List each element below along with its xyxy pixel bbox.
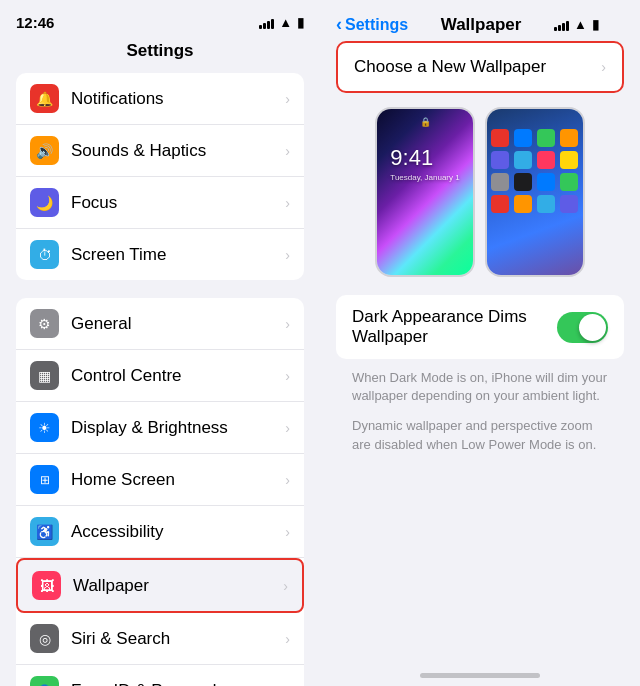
left-status-bar: 12:46 ▲ ▮ — [0, 0, 320, 37]
low-power-info: Dynamic wallpaper and perspective zoom a… — [336, 417, 624, 465]
displaybrightness-label: Display & Brightness — [71, 418, 279, 438]
left-time: 12:46 — [16, 14, 54, 31]
focus-label: Focus — [71, 193, 279, 213]
sidebar-item-controlcentre[interactable]: ▦ Control Centre › — [16, 350, 304, 402]
sidebar-item-notifications[interactable]: 🔔 Notifications › — [16, 73, 304, 125]
faceid-label: Face ID & Passcode — [71, 681, 279, 687]
sidebar-item-faceid[interactable]: 👤 Face ID & Passcode › — [16, 665, 304, 686]
app-dot-9 — [491, 173, 509, 191]
wallpaper-preview: 🔒 9:41 Tuesday, January 1 — [336, 107, 624, 277]
sidebar-item-siri[interactable]: ◎ Siri & Search › — [16, 613, 304, 665]
dark-appearance-info: When Dark Mode is on, iPhone will dim yo… — [336, 369, 624, 417]
sidebar-item-homescreen[interactable]: ⊞ Home Screen › — [16, 454, 304, 506]
left-status-icons: ▲ ▮ — [259, 15, 304, 30]
signal-icon — [259, 17, 274, 29]
app-dot-12 — [560, 173, 578, 191]
right-bottom-bar — [320, 652, 640, 686]
app-dot-13 — [491, 195, 509, 213]
chevron-icon: › — [285, 472, 290, 488]
chevron-icon: › — [285, 316, 290, 332]
app-dot-16 — [560, 195, 578, 213]
chevron-icon: › — [285, 420, 290, 436]
chevron-icon: › — [285, 143, 290, 159]
app-dot-5 — [491, 151, 509, 169]
wallpaper-icon: 🖼 — [32, 571, 61, 600]
lock-screen-bg: 🔒 9:41 Tuesday, January 1 — [377, 109, 473, 275]
faceid-icon: 👤 — [30, 676, 59, 686]
home-indicator — [420, 673, 540, 678]
left-panel: 12:46 ▲ ▮ Settings 🔔 Notifications › — [0, 0, 320, 686]
wallpaper-label: Wallpaper — [73, 576, 277, 596]
home-screen-bg — [487, 109, 583, 275]
app-dot-15 — [537, 195, 555, 213]
settings-group-1: 🔔 Notifications › 🔊 Sounds & Haptics › 🌙… — [16, 73, 304, 280]
choose-wallpaper-chevron-icon: › — [601, 59, 606, 75]
displaybrightness-icon: ☀ — [30, 413, 59, 442]
sidebar-item-displaybrightness[interactable]: ☀ Display & Brightness › — [16, 402, 304, 454]
accessibility-icon: ♿ — [30, 517, 59, 546]
right-signal-icon — [554, 19, 569, 31]
dark-appearance-section: Dark Appearance Dims Wallpaper — [336, 295, 624, 359]
app-dot-10 — [514, 173, 532, 191]
back-button[interactable]: ‹ Settings — [336, 14, 408, 35]
general-label: General — [71, 314, 279, 334]
toggle-knob — [579, 314, 606, 341]
homescreen-icon: ⊞ — [30, 465, 59, 494]
chevron-icon: › — [285, 631, 290, 647]
chevron-icon: › — [285, 247, 290, 263]
focus-icon: 🌙 — [30, 188, 59, 217]
lock-screen-preview[interactable]: 🔒 9:41 Tuesday, January 1 — [375, 107, 475, 277]
siri-label: Siri & Search — [71, 629, 279, 649]
home-screen-preview[interactable] — [485, 107, 585, 277]
app-dot-6 — [514, 151, 532, 169]
right-page-title: Wallpaper — [441, 15, 522, 35]
chevron-icon: › — [285, 683, 290, 687]
sidebar-item-screentime[interactable]: ⏱ Screen Time › — [16, 229, 304, 280]
choose-wallpaper-button[interactable]: Choose a New Wallpaper › — [338, 43, 622, 91]
choose-wallpaper-section: Choose a New Wallpaper › — [336, 41, 624, 93]
dark-appearance-toggle[interactable] — [557, 312, 608, 343]
right-battery-icon: ▮ — [592, 17, 599, 32]
app-dot-3 — [537, 129, 555, 147]
app-dot-8 — [560, 151, 578, 169]
right-status-bar: ‹ Settings Wallpaper ▲ ▮ — [320, 0, 640, 41]
app-dot-7 — [537, 151, 555, 169]
general-icon: ⚙ — [30, 309, 59, 338]
dark-appearance-toggle-row: Dark Appearance Dims Wallpaper — [336, 295, 624, 359]
sounds-icon: 🔊 — [30, 136, 59, 165]
sidebar-item-accessibility[interactable]: ♿ Accessibility › — [16, 506, 304, 558]
controlcentre-icon: ▦ — [30, 361, 59, 390]
screentime-icon: ⏱ — [30, 240, 59, 269]
lock-time: 9:41 — [390, 145, 459, 171]
choose-wallpaper-label: Choose a New Wallpaper — [354, 57, 595, 77]
app-dot-4 — [560, 129, 578, 147]
app-dot-11 — [537, 173, 555, 191]
sidebar-item-wallpaper[interactable]: 🖼 Wallpaper › — [16, 558, 304, 613]
settings-group-2: ⚙ General › ▦ Control Centre › ☀ Display… — [16, 298, 304, 686]
sidebar-item-sounds[interactable]: 🔊 Sounds & Haptics › — [16, 125, 304, 177]
sidebar-item-general[interactable]: ⚙ General › — [16, 298, 304, 350]
back-label: Settings — [345, 16, 408, 34]
battery-status-icon: ▮ — [297, 15, 304, 30]
notifications-icon: 🔔 — [30, 84, 59, 113]
lock-date: Tuesday, January 1 — [390, 173, 459, 182]
sounds-label: Sounds & Haptics — [71, 141, 279, 161]
homescreen-label: Home Screen — [71, 470, 279, 490]
chevron-icon: › — [283, 578, 288, 594]
siri-icon: ◎ — [30, 624, 59, 653]
right-panel: ‹ Settings Wallpaper ▲ ▮ Choose a New Wa… — [320, 0, 640, 686]
chevron-icon: › — [285, 91, 290, 107]
chevron-icon: › — [285, 524, 290, 540]
screentime-label: Screen Time — [71, 245, 279, 265]
right-status-icons: ▲ ▮ — [554, 17, 624, 32]
sidebar-item-focus[interactable]: 🌙 Focus › — [16, 177, 304, 229]
right-content: Choose a New Wallpaper › 🔒 9:41 Tuesday,… — [320, 41, 640, 652]
accessibility-label: Accessibility — [71, 522, 279, 542]
notifications-label: Notifications — [71, 89, 279, 109]
back-chevron-icon: ‹ — [336, 14, 342, 35]
wifi-icon: ▲ — [279, 15, 292, 30]
app-dot-1 — [491, 129, 509, 147]
chevron-icon: › — [285, 368, 290, 384]
left-page-title: Settings — [0, 37, 320, 73]
app-dot-14 — [514, 195, 532, 213]
